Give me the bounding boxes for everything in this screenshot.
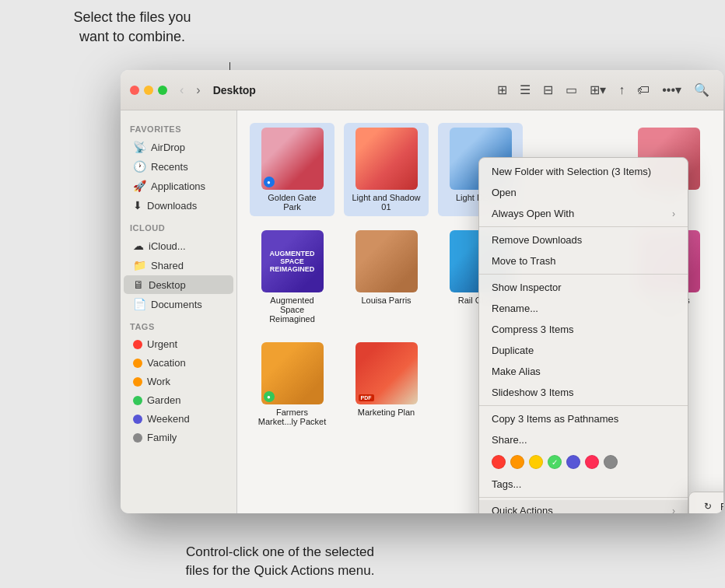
sidebar-item-downloads[interactable]: ⬇ Downloads [124, 196, 233, 215]
ctx-make-alias-label: Make Alias [492, 366, 541, 377]
sidebar-item-applications-label: Applications [151, 180, 205, 192]
file-item-augmented[interactable]: AUGMENTEDSPACEREIMAGINED AugmentedSpace … [250, 226, 334, 328]
ctx-tag-purple[interactable] [566, 455, 580, 469]
ctx-copy-pathnames[interactable]: Copy 3 Items as Pathnames [479, 408, 688, 429]
tags-label: Tags [121, 314, 236, 334]
sidebar-item-family-label: Family [147, 432, 177, 443]
ctx-tag-pink[interactable] [585, 455, 599, 469]
ctx-separator-2 [479, 274, 688, 275]
ctx-tag-red[interactable] [492, 455, 506, 469]
list-view-button[interactable]: ☰ [515, 79, 535, 100]
context-menu: New Folder with Selection (3 Items) Open… [478, 157, 688, 513]
ctx-quick-actions-arrow: › [672, 506, 675, 514]
share-button[interactable]: ↑ [614, 80, 629, 100]
ctx-show-inspector[interactable]: Show Inspector [479, 277, 688, 298]
sidebar-item-work[interactable]: Work [124, 373, 233, 390]
close-button[interactable] [130, 86, 139, 95]
ctx-compress[interactable]: Compress 3 Items [479, 319, 688, 340]
ctx-tags-row: ✓ [479, 450, 688, 474]
file-item-farmers[interactable]: ● FarmersMarket...ly Packet [250, 338, 334, 431]
ctx-separator-4 [479, 497, 688, 498]
work-dot [133, 377, 142, 387]
downloads-icon: ⬇ [133, 199, 142, 212]
file-label-farmers: FarmersMarket...ly Packet [258, 408, 326, 426]
sidebar-item-desktop[interactable]: 🖥 Desktop [124, 275, 233, 294]
sidebar-item-documents[interactable]: 📄 Documents [124, 295, 233, 313]
sidebar-item-icloud[interactable]: ☁ iCloud... [124, 236, 233, 255]
file-thumb-louisa [355, 230, 418, 292]
sidebar-item-shared[interactable]: 📁 Shared [124, 256, 233, 275]
file-item-light-shadow[interactable]: Light and Shadow01 [344, 123, 429, 216]
more-button[interactable]: •••▾ [657, 79, 686, 100]
group-button[interactable]: ⊞▾ [585, 79, 611, 100]
tag-button[interactable]: 🏷 [632, 80, 654, 100]
ctx-new-folder[interactable]: New Folder with Selection (3 Items) [479, 161, 688, 182]
urgent-dot [133, 340, 142, 349]
ctx-remove-downloads[interactable]: Remove Downloads [479, 229, 688, 250]
ctx-tag-orange[interactable] [510, 455, 524, 469]
submenu-rotate-right[interactable]: ↻ Rotate Right [689, 495, 723, 513]
file-item-marketing[interactable]: PDF Marketing Plan [344, 338, 429, 431]
annotation-top: Select the files youwant to combine. [47, 8, 218, 47]
ctx-make-alias[interactable]: Make Alias [479, 361, 688, 382]
file-label-augmented: AugmentedSpace Reimagined [257, 296, 327, 324]
ctx-remove-downloads-label: Remove Downloads [492, 234, 582, 246]
favorites-label: Favorites [121, 117, 236, 137]
selected-indicator: ● [264, 177, 275, 187]
sidebar-item-weekend[interactable]: Weekend [124, 410, 233, 428]
rotate-right-icon: ↻ [702, 500, 714, 513]
icloud-label: iCloud [121, 215, 236, 236]
recents-icon: 🕐 [133, 160, 146, 173]
ctx-move-trash-label: Move to Trash [492, 255, 555, 267]
sidebar-item-garden[interactable]: Garden [124, 391, 233, 409]
sidebar-item-family[interactable]: Family [124, 429, 233, 446]
sidebar-item-airdrop[interactable]: 📡 AirDrop [124, 138, 233, 156]
weekend-dot [133, 415, 142, 424]
ctx-share-label: Share... [492, 434, 527, 446]
ctx-tags[interactable]: Tags... [479, 474, 688, 495]
file-thumb-augmented: AUGMENTEDSPACEREIMAGINED [261, 230, 324, 292]
ctx-open[interactable]: Open [479, 182, 688, 203]
minimize-button[interactable] [144, 86, 153, 95]
ctx-move-trash[interactable]: Move to Trash [479, 250, 688, 271]
sidebar-item-desktop-label: Desktop [149, 279, 186, 291]
ctx-slideshow[interactable]: Slideshow 3 Items [479, 382, 688, 403]
column-view-button[interactable]: ⊟ [538, 79, 558, 100]
ctx-rename[interactable]: Rename... [479, 298, 688, 319]
file-item-golden-gate[interactable]: ● Golden GatePark [250, 123, 334, 216]
ctx-tags-label: Tags... [492, 478, 521, 490]
file-area: ● Golden GatePark Light and Shadow01 Lig… [237, 110, 723, 513]
file-thumb-light-shadow [355, 128, 418, 190]
file-label-marketing: Marketing Plan [358, 408, 415, 417]
sidebar-item-applications[interactable]: 🚀 Applications [124, 177, 233, 195]
sidebar-item-urgent[interactable]: Urgent [124, 335, 233, 353]
ctx-rename-label: Rename... [492, 303, 538, 314]
file-item-louisa[interactable]: Louisa Parris [344, 226, 429, 328]
ctx-tag-yellow[interactable] [529, 455, 543, 469]
search-button[interactable]: 🔍 [689, 79, 714, 100]
traffic-lights [130, 86, 167, 95]
ctx-share[interactable]: Share... [479, 429, 688, 450]
ctx-tag-green[interactable]: ✓ [548, 455, 562, 469]
sidebar: Favorites 📡 AirDrop 🕐 Recents 🚀 Applicat… [121, 110, 237, 513]
sidebar-item-weekend-label: Weekend [147, 413, 190, 425]
ctx-tag-gray[interactable] [604, 455, 618, 469]
file-thumb-farmers: ● [261, 342, 324, 404]
toolbar-icons: ⊞ ☰ ⊟ ▭ ⊞▾ ↑ 🏷 •••▾ 🔍 [492, 79, 714, 100]
airdrop-icon: 📡 [133, 141, 146, 153]
family-dot [133, 433, 142, 443]
ctx-quick-actions[interactable]: Quick Actions › [479, 500, 688, 513]
forward-button[interactable]: › [193, 82, 203, 99]
ctx-duplicate[interactable]: Duplicate [479, 340, 688, 361]
quick-actions-submenu: ↻ Rotate Right 📄 Create PDF 🖼 Convert Im… [688, 492, 723, 513]
icon-view-button[interactable]: ⊞ [492, 79, 512, 100]
applications-icon: 🚀 [133, 180, 146, 192]
sidebar-item-recents[interactable]: 🕐 Recents [124, 157, 233, 176]
file-label-golden-gate: Golden GatePark [268, 193, 316, 212]
content-area: Favorites 📡 AirDrop 🕐 Recents 🚀 Applicat… [121, 110, 723, 513]
ctx-always-open[interactable]: Always Open With › [479, 203, 688, 224]
back-button[interactable]: ‹ [177, 82, 187, 99]
fullscreen-button[interactable] [158, 86, 167, 95]
gallery-view-button[interactable]: ▭ [561, 79, 582, 100]
sidebar-item-vacation[interactable]: Vacation [124, 354, 233, 372]
